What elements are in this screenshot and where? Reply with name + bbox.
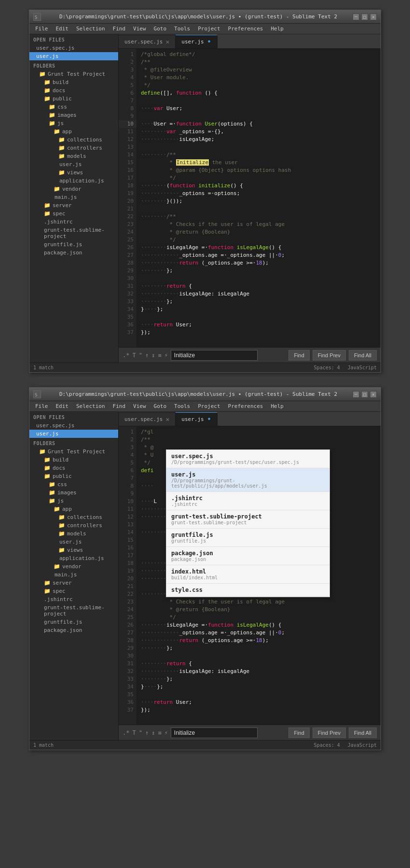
find-button-2[interactable]: Find	[288, 728, 309, 738]
wrap-icon-2[interactable]: ↑	[145, 729, 149, 736]
sidebar-file-userjs[interactable]: user.js	[29, 52, 118, 60]
folder-views[interactable]: 📁views	[29, 168, 118, 177]
sidebar-file-userjs-tree[interactable]: user.js	[29, 160, 118, 168]
menu-project[interactable]: Project	[194, 25, 224, 33]
sidebar-file-sublimeproject[interactable]: grunt-test.sublime-project	[29, 226, 118, 240]
tab2-userspec[interactable]: user.spec.js ✕	[119, 412, 176, 426]
context-icon-2[interactable]: ≡	[158, 729, 161, 736]
ac-item-jshintrc[interactable]: .jshintrc .jshintrc	[166, 492, 329, 510]
autocomplete-dropdown[interactable]: user.spec.js /D/programmings/grunt-test/…	[166, 449, 330, 597]
insel-icon[interactable]: ↕	[151, 352, 155, 359]
folder2-app[interactable]: 📁app	[29, 505, 118, 513]
find-prev-button[interactable]: Find Prev	[313, 350, 346, 361]
menu-goto[interactable]: Goto	[150, 25, 171, 33]
sidebar-file-mainjs[interactable]: main.js	[29, 193, 118, 201]
ac-item-sublimeproject[interactable]: grunt-test.sublime-project grunt-test.su…	[166, 510, 329, 529]
folder2-views[interactable]: 📁views	[29, 546, 118, 554]
folder-css[interactable]: 📁css	[29, 103, 118, 111]
code-content-2[interactable]: /*gl /** * @ * U */ defi ···· ····L ····…	[137, 426, 381, 725]
menu2-preferences[interactable]: Preferences	[224, 402, 267, 410]
folder2-vendor[interactable]: 📁vendor	[29, 562, 118, 571]
menu2-tools[interactable]: Tools	[170, 402, 194, 410]
sidebar-file-package[interactable]: package.json	[29, 249, 118, 257]
word-icon-2[interactable]: "	[139, 729, 142, 736]
folder-js[interactable]: 📁js	[29, 119, 118, 127]
folder-build[interactable]: 📁build	[29, 78, 118, 86]
folder-collections[interactable]: 📁collections	[29, 136, 118, 144]
folder-models[interactable]: 📁models	[29, 152, 118, 160]
ac-item-indexhtml[interactable]: index.html build/index.html	[166, 565, 329, 584]
find-input-2[interactable]	[171, 728, 258, 738]
find-all-button[interactable]: Find All	[349, 350, 377, 361]
minimize-button[interactable]: ─	[353, 14, 359, 20]
sidebar2-file-mainjs[interactable]: main.js	[29, 571, 118, 579]
folder2-build[interactable]: 📁build	[29, 456, 118, 464]
menu2-goto[interactable]: Goto	[150, 402, 171, 410]
menu2-view[interactable]: View	[129, 402, 150, 410]
wrap-icon[interactable]: ↑	[145, 352, 149, 359]
ac-item-gruntfile[interactable]: gruntfile.js gruntfile.js	[166, 529, 329, 547]
window-controls-2[interactable]: ─ □ ✕	[353, 391, 377, 398]
folder2-js[interactable]: 📁js	[29, 497, 118, 505]
tab2-userjs[interactable]: user.js •	[176, 412, 218, 426]
minimize-button-2[interactable]: ─	[353, 391, 359, 398]
sidebar2-file-sublimeproject[interactable]: grunt-test.sublime-project	[29, 603, 118, 618]
menu2-find[interactable]: Find	[109, 402, 130, 410]
sidebar2-file-jshintrc[interactable]: .jshintrc	[29, 595, 118, 603]
folder2-public[interactable]: 📁public	[29, 472, 118, 480]
menu2-edit[interactable]: Edit	[52, 402, 73, 410]
case-icon[interactable]: T	[132, 352, 136, 359]
ac-item-package[interactable]: package.json package.json	[166, 547, 329, 565]
menu2-file[interactable]: File	[31, 402, 52, 410]
folder2-docs[interactable]: 📁docs	[29, 464, 118, 472]
menu-selection[interactable]: Selection	[72, 25, 109, 33]
folder-vendor[interactable]: 📁vendor	[29, 185, 118, 193]
folder2-images[interactable]: 📁images	[29, 489, 118, 497]
sidebar2-file-userjs[interactable]: user.js	[29, 430, 118, 438]
folder2-collections[interactable]: 📁collections	[29, 513, 118, 521]
tab-userspec-close[interactable]: ✕	[165, 38, 169, 45]
folder-docs[interactable]: 📁docs	[29, 86, 118, 95]
menu-preferences[interactable]: Preferences	[224, 25, 267, 33]
sidebar2-file-gruntfile[interactable]: gruntfile.js	[29, 618, 118, 626]
menu-help[interactable]: Help	[267, 25, 287, 33]
word-icon[interactable]: "	[139, 352, 142, 359]
regex-icon[interactable]: .*	[123, 352, 129, 359]
menu-view[interactable]: View	[129, 25, 150, 33]
maximize-button-2[interactable]: □	[361, 391, 368, 398]
folder-images[interactable]: 📁images	[29, 111, 118, 119]
folder-app[interactable]: 📁app	[29, 127, 118, 136]
menu-edit[interactable]: Edit	[52, 25, 73, 33]
folder-controllers[interactable]: 📁controllers	[29, 144, 118, 152]
sidebar-file-appjs[interactable]: application.js	[29, 177, 118, 185]
maximize-button[interactable]: □	[361, 14, 368, 20]
sidebar2-file-appjs[interactable]: application.js	[29, 554, 118, 562]
menu2-project[interactable]: Project	[194, 402, 224, 410]
ac-item-userjs[interactable]: user.js /D/programmings/grunt-test/publi…	[166, 468, 329, 492]
folder2-css[interactable]: 📁css	[29, 480, 118, 489]
folder2-server[interactable]: 📁server	[29, 579, 118, 587]
code-content-1[interactable]: /*global define*/ /** * @fileOverview * …	[137, 49, 381, 347]
folder2-grunt-test-project[interactable]: 📁Grunt Test Project	[29, 448, 118, 456]
sidebar-file-gruntfile[interactable]: gruntfile.js	[29, 240, 118, 249]
menu-file[interactable]: File	[31, 25, 52, 33]
regex-icon-2[interactable]: .*	[123, 729, 129, 736]
folder-public[interactable]: 📁public	[29, 95, 118, 103]
ac-item-userspec[interactable]: user.spec.js /D/programmings/grunt-test/…	[166, 450, 329, 468]
folder-grunt-test-project[interactable]: 📁Grunt Test Project	[29, 70, 118, 78]
folder2-models[interactable]: 📁models	[29, 530, 118, 538]
sidebar2-file-userjs-tree[interactable]: user.js	[29, 538, 118, 546]
highlight-icon-2[interactable]: ⚡	[164, 729, 168, 736]
find-input[interactable]	[171, 350, 258, 361]
sidebar2-file-userspec[interactable]: user.spec.js	[29, 421, 118, 430]
folder2-controllers[interactable]: 📁controllers	[29, 521, 118, 530]
highlight-icon[interactable]: ⚡	[164, 352, 168, 359]
tab2-userspec-close[interactable]: ✕	[165, 416, 169, 423]
find-prev-button-2[interactable]: Find Prev	[313, 728, 346, 738]
find-all-button-2[interactable]: Find All	[349, 728, 377, 738]
folder2-spec[interactable]: 📁spec	[29, 587, 118, 595]
context-icon[interactable]: ≡	[158, 352, 161, 359]
sidebar2-file-package[interactable]: package.json	[29, 626, 118, 634]
menu2-selection[interactable]: Selection	[72, 402, 109, 410]
editor-2[interactable]: 1 2 3 4 5 6 7 8 9 10 11 12 13 14	[119, 426, 381, 725]
